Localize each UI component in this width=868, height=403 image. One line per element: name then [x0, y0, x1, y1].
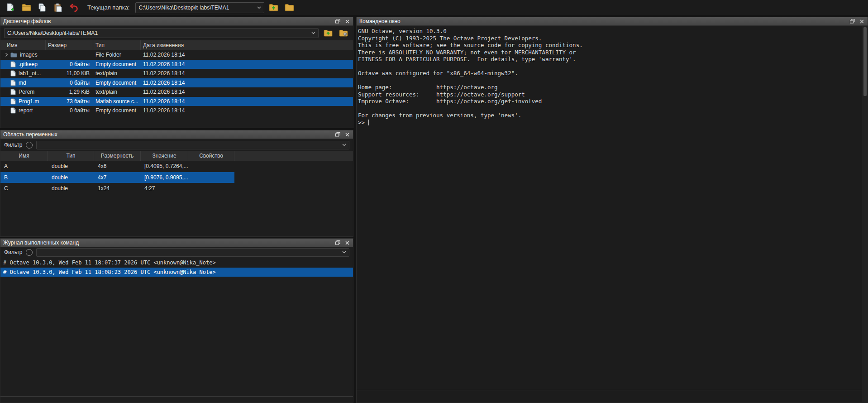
variable-row[interactable]: Bdouble4x7[0.9076, 0.9095,...	[0, 172, 234, 183]
undock-icon[interactable]	[334, 240, 342, 246]
file-row[interactable]: .gitkeep0 байтыEmpty document11.02.2026 …	[0, 60, 353, 69]
file-row[interactable]: imagesFile Folder11.02.2026 18:14	[0, 50, 353, 60]
chevron-down-icon[interactable]	[342, 251, 346, 254]
vertical-scrollbar[interactable]	[863, 26, 867, 402]
workspace-column-header[interactable]: Тип	[48, 151, 94, 161]
octave-main-window: Текущая папка: C:\Users\Nika\Desktop\it-…	[0, 0, 868, 403]
workspace-column-filler	[234, 151, 353, 161]
history-entry[interactable]: # Octave 10.3.0, Wed Feb 11 18:08:23 202…	[0, 268, 353, 277]
file-column-header[interactable]: Дата изменения	[141, 40, 353, 50]
current-folder-combobox[interactable]: C:\Users\Nika\Desktop\it-labs\TEMA1	[135, 2, 264, 13]
variable-name: A	[0, 163, 48, 169]
workspace-panel: Область переменных Фильтр ИмяТипРазмерно…	[0, 130, 353, 237]
file-name-cell: Prog1.m	[0, 98, 46, 105]
text-cursor	[368, 120, 369, 125]
workspace-column-header[interactable]: Размерность	[94, 151, 141, 161]
paste-button[interactable]	[51, 1, 65, 14]
workspace-filter-label: Фильтр	[4, 142, 22, 148]
chevron-down-icon[interactable]	[257, 6, 261, 9]
workspace-column-header[interactable]: Имя	[0, 151, 48, 161]
file-name-cell: Perem	[0, 89, 46, 95]
scrollbar-thumb[interactable]	[863, 27, 867, 96]
undo-button[interactable]	[67, 1, 81, 14]
history-filter-row: Фильтр	[0, 247, 353, 257]
main-toolbar: Текущая папка: C:\Users\Nika\Desktop\it-…	[0, 0, 868, 15]
expand-icon[interactable]	[2, 53, 10, 57]
file-row[interactable]: lab1_ot...11,00 KiBtext/plain11.02.2026 …	[0, 69, 353, 78]
variable-row[interactable]: Cdouble1x244:27	[0, 183, 234, 194]
file-browser-path-combobox[interactable]: C:/Users/Nika/Desktop/it-labs/TEMA1	[4, 28, 319, 38]
file-column-header[interactable]: Размер	[46, 40, 93, 50]
folder-up-button[interactable]	[322, 28, 334, 38]
file-name: .gitkeep	[19, 61, 38, 67]
file-browser-title: Диспетчер файлов	[3, 18, 51, 24]
undock-icon[interactable]	[848, 18, 856, 25]
file-type: Matlab source c...	[93, 98, 141, 105]
file-name-cell: report	[0, 107, 46, 114]
folder-icon	[10, 52, 17, 58]
file-size: 1,29 KiB	[46, 89, 93, 95]
variable-type: double	[48, 174, 94, 181]
history-entry[interactable]: # Octave 10.3.0, Wed Feb 11 18:07:37 202…	[0, 258, 353, 268]
file-row[interactable]: report0 байтыEmpty document11.02.2026 18…	[0, 106, 353, 115]
workspace-table-body: Adouble4x6[0.4095, 0.7264,...Bdouble4x7[…	[0, 161, 353, 194]
copy-button[interactable]	[35, 1, 49, 14]
file-row[interactable]: Perem1,29 KiBtext/plain11.02.2026 18:14	[0, 87, 353, 97]
variable-row[interactable]: Adouble4x6[0.4095, 0.7264,...	[0, 161, 234, 172]
workspace-column-header[interactable]: Значение	[141, 151, 188, 161]
new-script-button[interactable]	[4, 1, 17, 14]
file-browser-panel: Диспетчер файлов C:/Users/Nika/Desktop/i…	[0, 17, 353, 128]
command-window-body[interactable]: GNU Octave, version 10.3.0 Copyright (C)…	[357, 26, 862, 403]
workspace-filter-combobox[interactable]	[36, 141, 349, 149]
current-folder-label: Текущая папка:	[87, 4, 129, 11]
file-row[interactable]: Prog1.m73 байтыMatlab source c...11.02.2…	[0, 97, 353, 106]
close-icon[interactable]	[858, 18, 866, 25]
file-row[interactable]: md0 байтыEmpty document11.02.2026 18:14	[0, 78, 353, 88]
variable-name: B	[0, 174, 48, 181]
command-window-titlebar[interactable]: Командное окно	[357, 17, 868, 26]
command-prompt-line[interactable]: >>	[358, 119, 862, 126]
variable-type: double	[48, 163, 94, 169]
history-filter-combobox[interactable]	[36, 248, 349, 257]
file-column-header[interactable]: Тип	[93, 40, 141, 50]
close-icon[interactable]	[343, 131, 351, 138]
folder-up-button[interactable]	[267, 1, 280, 14]
undock-icon[interactable]	[334, 131, 342, 138]
folder-up-icon	[269, 4, 278, 11]
file-name-cell: md	[0, 80, 46, 86]
file-name: lab1_ot...	[19, 70, 41, 77]
folder-actions-button[interactable]	[338, 28, 349, 38]
workspace-titlebar[interactable]: Область переменных	[0, 130, 353, 139]
workspace-filter-checkbox[interactable]	[26, 142, 33, 149]
undo-icon	[69, 4, 78, 12]
file-size: 73 байты	[46, 98, 93, 105]
file-date: 11.02.2026 18:14	[141, 70, 353, 77]
new-script-icon	[6, 3, 15, 12]
file-browser-titlebar[interactable]: Диспетчер файлов	[0, 17, 353, 26]
command-history-panel: Журнал выполненных команд Фильтр # Octav…	[0, 238, 353, 403]
undock-icon[interactable]	[334, 18, 342, 25]
workspace-column-header[interactable]: Свойство	[188, 151, 234, 161]
close-icon[interactable]	[343, 240, 351, 246]
file-type: text/plain	[93, 70, 141, 77]
file-column-header[interactable]: Имя	[0, 40, 46, 50]
file-icon	[10, 61, 16, 67]
folder-browse-button[interactable]	[282, 1, 296, 14]
chevron-down-icon[interactable]	[311, 32, 315, 34]
file-name: Perem	[19, 89, 34, 95]
file-size: 0 байты	[46, 107, 93, 114]
history-titlebar[interactable]: Журнал выполненных команд	[0, 239, 353, 247]
file-date: 11.02.2026 18:14	[141, 89, 353, 95]
history-filter-checkbox[interactable]	[26, 249, 33, 256]
folder-actions-icon	[339, 29, 348, 37]
command-prompt: >>	[358, 119, 365, 126]
command-window-bottom-divider	[357, 390, 862, 390]
folder-browse-icon	[285, 4, 294, 11]
open-file-button[interactable]	[19, 1, 33, 14]
file-icon	[10, 89, 16, 95]
variable-type: double	[48, 185, 94, 192]
current-folder-value: C:\Users\Nika\Desktop\it-labs\TEMA1	[138, 5, 254, 11]
workspace-table-header: ИмяТипРазмерностьЗначениеСвойство	[0, 151, 353, 161]
close-icon[interactable]	[343, 18, 351, 25]
chevron-down-icon[interactable]	[342, 144, 346, 146]
